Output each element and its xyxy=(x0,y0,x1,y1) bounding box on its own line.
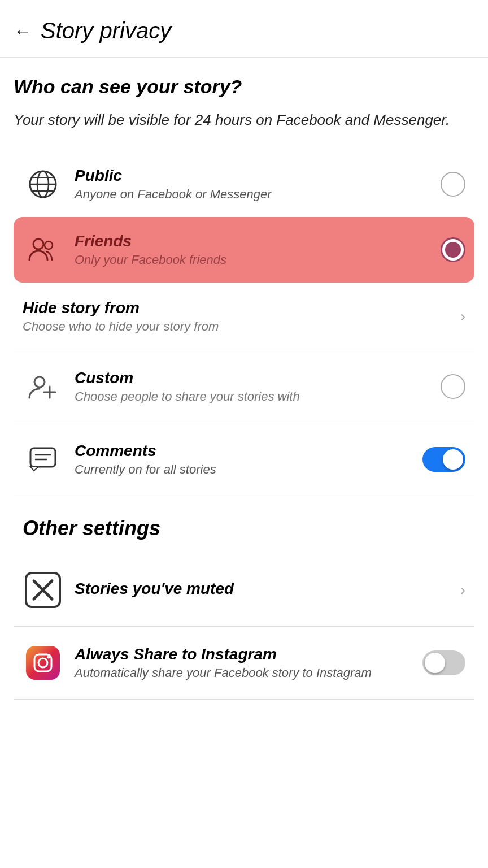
custom-subtitle: Choose people to share your stories with xyxy=(75,389,441,404)
who-can-see-heading: Who can see your story? xyxy=(14,76,474,98)
divider-4 xyxy=(14,496,474,496)
radio-inner xyxy=(445,242,461,258)
hide-story-text: Hide story from Choose who to hide your … xyxy=(23,299,454,334)
hide-story-option[interactable]: Hide story from Choose who to hide your … xyxy=(14,283,474,350)
comments-title: Comments xyxy=(75,442,422,460)
hide-story-title: Hide story from xyxy=(23,299,454,317)
comments-option: Comments Currently on for all stories xyxy=(14,423,474,496)
public-option-text: Public Anyone on Facebook or Messenger xyxy=(75,167,441,202)
instagram-icon xyxy=(23,643,63,683)
svg-rect-10 xyxy=(30,448,55,467)
instagram-text: Always Share to Instagram Automatically … xyxy=(75,645,422,680)
public-option[interactable]: Public Anyone on Facebook or Messenger xyxy=(14,151,474,217)
custom-option[interactable]: Custom Choose people to share your stori… xyxy=(14,350,474,423)
custom-title: Custom xyxy=(75,369,441,387)
svg-point-5 xyxy=(33,239,43,249)
muted-stories-option[interactable]: Stories you've muted › xyxy=(14,554,474,626)
comment-icon xyxy=(23,439,63,480)
friends-icon xyxy=(23,229,63,270)
muted-chevron-icon: › xyxy=(460,581,465,599)
instagram-toggle-knob xyxy=(425,653,445,673)
comments-subtitle: Currently on for all stories xyxy=(75,462,422,477)
page-title: Story privacy xyxy=(41,18,171,44)
divider-6 xyxy=(14,699,474,700)
custom-radio[interactable] xyxy=(441,374,465,399)
instagram-subtitle: Automatically share your Facebook story … xyxy=(75,666,422,680)
instagram-toggle[interactable] xyxy=(422,650,465,675)
instagram-title: Always Share to Instagram xyxy=(75,645,422,663)
other-settings-heading: Other settings xyxy=(14,517,474,540)
main-content: Who can see your story? Your story will … xyxy=(0,58,488,700)
svg-point-6 xyxy=(45,241,53,249)
friends-option[interactable]: Friends Only your Facebook friends xyxy=(14,217,474,283)
instagram-share-option: Always Share to Instagram Automatically … xyxy=(14,627,474,699)
hide-story-subtitle: Choose who to hide your story from xyxy=(23,319,454,334)
friends-title: Friends xyxy=(75,232,441,250)
friends-subtitle: Only your Facebook friends xyxy=(75,253,441,267)
svg-point-17 xyxy=(38,658,47,667)
comments-toggle[interactable] xyxy=(422,447,465,472)
toggle-knob xyxy=(443,449,463,470)
comments-text: Comments Currently on for all stories xyxy=(75,442,422,477)
header: ← Story privacy xyxy=(0,0,488,58)
svg-point-18 xyxy=(47,656,50,659)
muted-x-icon xyxy=(23,570,63,610)
back-button[interactable]: ← xyxy=(14,22,32,40)
friends-option-text: Friends Only your Facebook friends xyxy=(75,232,441,267)
muted-title: Stories you've muted xyxy=(75,580,454,598)
svg-point-7 xyxy=(34,377,45,387)
friends-radio[interactable] xyxy=(441,237,465,262)
custom-person-icon xyxy=(23,366,63,407)
custom-option-text: Custom Choose people to share your stori… xyxy=(75,369,441,404)
public-title: Public xyxy=(75,167,441,185)
public-subtitle: Anyone on Facebook or Messenger xyxy=(75,187,441,202)
hide-story-chevron-icon: › xyxy=(460,307,465,326)
globe-icon xyxy=(23,164,63,205)
section-description: Your story will be visible for 24 hours … xyxy=(14,109,474,131)
public-radio[interactable] xyxy=(441,172,465,197)
muted-text: Stories you've muted xyxy=(75,580,454,600)
